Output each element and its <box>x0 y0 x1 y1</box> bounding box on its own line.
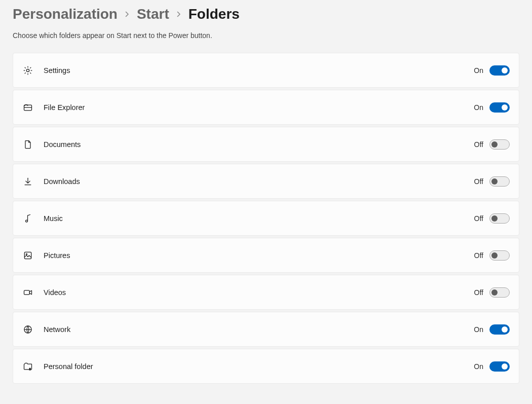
svg-point-4 <box>26 253 27 254</box>
row-music: Music Off <box>13 201 519 236</box>
music-icon <box>22 213 33 224</box>
pictures-icon <box>22 250 33 261</box>
row-music-label: Music <box>44 214 474 223</box>
row-videos-label: Videos <box>44 288 474 297</box>
folders-settings-page: Personalization Start Folders Choose whi… <box>0 0 532 396</box>
breadcrumb: Personalization Start Folders <box>13 6 519 22</box>
row-downloads: Downloads Off <box>13 164 519 199</box>
row-pictures: Pictures Off <box>13 238 519 273</box>
toggle-network[interactable] <box>489 324 510 335</box>
toggle-pictures[interactable] <box>489 250 510 261</box>
row-pictures-label: Pictures <box>44 251 474 260</box>
row-file-explorer-state: On <box>474 103 483 112</box>
breadcrumb-start[interactable]: Start <box>137 6 169 22</box>
network-icon <box>22 324 33 335</box>
row-network: Network On <box>13 312 519 347</box>
svg-point-0 <box>26 69 29 71</box>
chevron-right-icon <box>175 11 182 18</box>
gear-icon <box>22 65 33 76</box>
folders-list: Settings On File Explorer On <box>13 53 519 384</box>
toggle-personal-folder[interactable] <box>489 361 510 372</box>
toggle-downloads[interactable] <box>489 176 510 187</box>
breadcrumb-current: Folders <box>188 6 240 22</box>
chevron-right-icon <box>124 11 131 18</box>
row-personal-folder-state: On <box>474 362 483 371</box>
row-network-state: On <box>474 325 483 334</box>
row-downloads-state: Off <box>474 177 483 186</box>
toggle-settings[interactable] <box>489 65 510 76</box>
download-icon <box>22 176 33 187</box>
row-file-explorer-label: File Explorer <box>44 103 474 112</box>
toggle-file-explorer[interactable] <box>489 102 510 113</box>
svg-point-7 <box>29 368 31 369</box>
toggle-documents[interactable] <box>489 139 510 150</box>
breadcrumb-personalization[interactable]: Personalization <box>13 6 118 22</box>
row-documents-state: Off <box>474 140 483 149</box>
row-network-label: Network <box>44 325 474 334</box>
row-file-explorer: File Explorer On <box>13 90 519 125</box>
row-personal-folder-label: Personal folder <box>44 362 474 371</box>
toggle-music[interactable] <box>489 213 510 224</box>
personal-folder-icon <box>22 361 33 372</box>
page-subtitle: Choose which folders appear on Start nex… <box>13 31 519 40</box>
row-settings-state: On <box>474 66 483 75</box>
video-icon <box>22 287 33 298</box>
file-explorer-icon <box>22 102 33 113</box>
row-music-state: Off <box>474 214 483 223</box>
toggle-videos[interactable] <box>489 287 510 298</box>
row-videos-state: Off <box>474 288 483 297</box>
row-personal-folder: Personal folder On <box>13 349 519 384</box>
row-documents: Documents Off <box>13 127 519 162</box>
row-pictures-state: Off <box>474 251 483 260</box>
row-downloads-label: Downloads <box>44 177 474 186</box>
row-settings-label: Settings <box>44 66 474 75</box>
document-icon <box>22 139 33 150</box>
svg-rect-3 <box>24 252 31 259</box>
svg-rect-5 <box>24 290 30 294</box>
row-videos: Videos Off <box>13 275 519 310</box>
row-settings: Settings On <box>13 53 519 88</box>
row-documents-label: Documents <box>44 140 474 149</box>
